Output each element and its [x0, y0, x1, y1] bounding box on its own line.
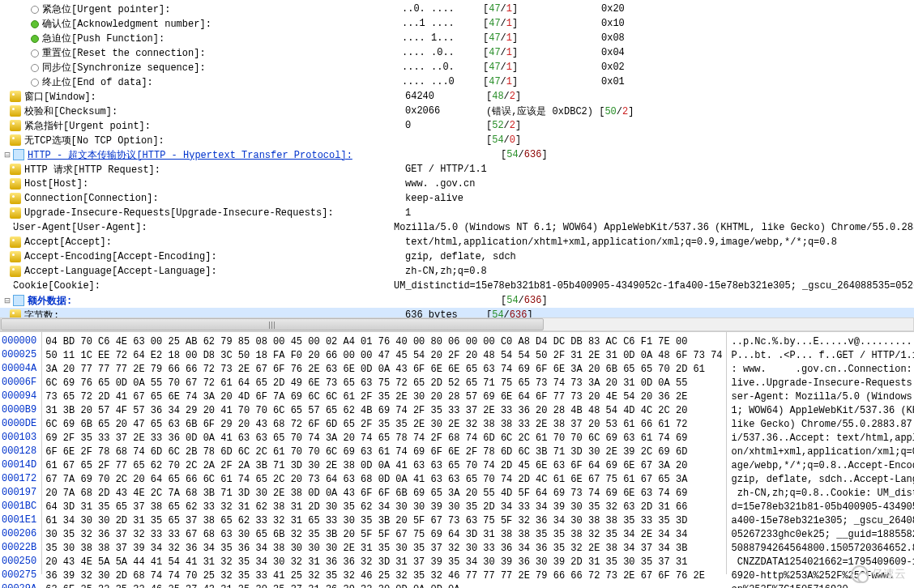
tree-row[interactable]: HTTP 请求[HTTP Request]:GET / HTTP/1.1 [0, 162, 914, 177]
tree-row[interactable]: 无TCP选项[No TCP Option]:[54/0] [0, 133, 914, 147]
field-value: gzip, deflate, sdch [405, 251, 914, 262]
tree-row[interactable]: 校验和[Checksum]:0x2066(错误,应该是 0xDBC2) [50/… [0, 104, 914, 118]
hex-offset: 000103 [2, 432, 36, 445]
key-icon [10, 120, 21, 131]
field-offset: [47/1] [483, 3, 601, 15]
tree-row[interactable]: 确认位[Acknowledgment number]:...1 ....[47/… [0, 16, 914, 31]
hex-dump-pane[interactable]: 00000000002500004A00006F0000940000B90000… [0, 331, 914, 574]
hex-ascii-row: on/xhtml+xml,application/xml;q=0.9,im [732, 445, 914, 459]
tree-row[interactable]: ⊟HTTP - 超文本传输协议[HTTP - Hypertext Transfe… [0, 147, 914, 162]
key-icon [10, 309, 21, 317]
tree-row[interactable]: Connection[Connection]:keep-alive [0, 191, 914, 206]
key-icon [10, 134, 21, 146]
field-label: 窗口[Window]: [24, 90, 405, 104]
key-icon [10, 164, 21, 175]
field-offset: [47/1] [483, 76, 601, 87]
hex-bytes-column: 04 BD 70 C6 4E 63 00 25 AB 62 79 85 08 0… [42, 332, 725, 574]
hex-bytes-row: 61 34 30 30 2D 31 35 65 37 38 65 62 33 3… [45, 514, 722, 528]
hex-offset: 00014D [2, 459, 36, 473]
field-label: Accept[Accept]: [24, 236, 405, 248]
field-hex: 0x20 [601, 3, 625, 15]
field-label: 确认位[Acknowledgment number]: [42, 17, 402, 31]
field-offset: [47/1] [483, 32, 601, 44]
field-label: Accept-Encoding[Accept-Encoding]: [24, 251, 405, 262]
field-value: text/html,application/xhtml+xml,applicat… [405, 236, 914, 248]
field-label: Upgrade-Insecure-Requests[Upgrade-Insecu… [24, 207, 405, 219]
field-value: keep-alive [405, 193, 486, 204]
watermark-icon [851, 565, 869, 583]
hex-offset: 000275 [2, 569, 36, 583]
tree-row[interactable]: 紧急指针[Urgent point]:0[52/2] [0, 118, 914, 133]
tree-row[interactable]: Cookie[Cookie]:UM_distinctid=15e78eb321b… [0, 279, 914, 293]
tree-row[interactable]: 重置位[Reset the connection]:.... .0..[47/1… [0, 45, 914, 60]
field-label: Host[Host]: [24, 178, 405, 190]
tree-row[interactable]: 字节数:636 bytes[54/636] [0, 308, 914, 317]
hex-offset: 00006F [2, 377, 36, 390]
watermark-logo: 亿速云 [851, 565, 906, 583]
field-offset: [54/636] [501, 149, 619, 160]
field-value: .... 1... [402, 32, 483, 44]
tree-row[interactable]: Host[Host]:www. .gov.cn [0, 177, 914, 191]
hex-offset: 00029A [2, 583, 36, 588]
field-value: .... .0.. [402, 47, 483, 58]
field-label: 紧急指针[Urgent point]: [24, 119, 405, 133]
hex-offset: 0000B9 [2, 404, 36, 418]
hex-ascii-row: like Gecko) Chrome/55.0.2883.87 Safar [732, 418, 914, 432]
hex-ascii-row: : www. .gov.cn..Connection: keep-a [732, 363, 914, 377]
tree-row[interactable]: 急迫位[Push Function]:.... 1...[47/1]0x08 [0, 31, 914, 45]
hex-bytes-row: 6C 69 6B 65 20 47 65 63 6B 6F 29 20 43 6… [45, 418, 722, 432]
collapse-icon[interactable]: ⊟ [3, 295, 11, 307]
field-offset: [54/0] [486, 134, 604, 146]
field-label: HTTP 请求[HTTP Request]: [24, 163, 405, 177]
field-value: zh-CN,zh;q=0.8 [405, 266, 486, 277]
field-offset: [48/2] [486, 91, 604, 102]
tree-row[interactable]: 窗口[Window]:64240[48/2] [0, 89, 914, 104]
tree-row[interactable]: Accept-Language[Accept-Language]:zh-CN,z… [0, 264, 914, 279]
hex-offset: 000250 [2, 556, 36, 569]
tree-row[interactable]: ⊟额外数据:[54/636] [0, 293, 914, 308]
flag-off-icon [31, 64, 39, 72]
tree-row[interactable]: Upgrade-Insecure-Requests[Upgrade-Insecu… [0, 206, 914, 220]
hex-bytes-row: 61 67 65 2F 77 65 62 70 2C 2A 2F 2A 3B 7… [45, 459, 722, 473]
field-value: .... ..0. [402, 62, 483, 73]
hex-bytes-row: 3A 20 77 77 77 2E 79 66 66 72 73 2E 67 6… [45, 363, 722, 377]
hex-ascii-row: 05267233ghc0ek25; __guid=188558254.44 [732, 528, 914, 542]
tree-row[interactable]: Accept[Accept]:text/html,application/xht… [0, 235, 914, 249]
hex-bytes-row: 36 39 32 30 2D 68 74 74 70 25 32 35 33 4… [45, 569, 722, 583]
field-hex: 0x10 [601, 18, 625, 29]
hex-bytes-row: 35 30 38 38 37 39 34 32 36 34 35 36 34 3… [45, 542, 722, 556]
tree-row[interactable]: 终止位[End of data]:.... ...0[47/1]0x01 [0, 75, 914, 89]
horizontal-scrollbar[interactable] [0, 317, 914, 331]
key-icon [10, 105, 21, 117]
hex-ascii-row: 1; WOW64) AppleWebKit/537.36 (KHTML, [732, 404, 914, 418]
field-hex: 0x02 [601, 62, 625, 73]
hex-ascii-column: ..p.Nc.%.by...E.....v@...........~.P...b… [726, 332, 914, 574]
hex-ascii-row: ser-Agent: Mozilla/5.0 (Windows NT 6. [732, 390, 914, 404]
field-offset: [54/636] [486, 309, 604, 317]
tree-row[interactable]: 紧急位[Urgent pointer]:..0. ....[47/1]0x20 [0, 2, 914, 16]
field-offset: [54/636] [501, 295, 619, 306]
key-icon [10, 236, 21, 248]
key-icon [10, 178, 21, 190]
field-value: Mozilla/5.0 (Windows NT 6.1; WOW64) Appl… [394, 222, 914, 233]
field-label: Connection[Connection]: [24, 193, 405, 204]
hex-offset: 0001E1 [2, 514, 36, 528]
tree-row[interactable]: User-Agent[User-Agent]:Mozilla/5.0 (Wind… [0, 220, 914, 235]
hex-offset: 00004A [2, 363, 36, 377]
field-value: www. .gov.cn [405, 178, 914, 190]
field-value: 0x2066 [405, 105, 486, 117]
scrollbar-thumb[interactable] [1, 318, 544, 330]
key-icon [10, 91, 21, 102]
tree-row[interactable]: 同步位[Synchronize sequence]:.... ..0.[47/1… [0, 60, 914, 75]
packet-detail-tree[interactable]: 紧急位[Urgent pointer]:..0. ....[47/1]0x20确… [0, 0, 914, 317]
tree-row[interactable]: Accept-Encoding[Accept-Encoding]:gzip, d… [0, 249, 914, 264]
hex-bytes-row: 20 43 4E 5A 5A 44 41 54 41 31 32 35 34 3… [45, 556, 722, 569]
field-hex: 0x04 [601, 47, 625, 58]
field-hex: 0x01 [601, 76, 625, 87]
hex-offset: 0000DE [2, 418, 36, 432]
hex-ascii-row: P...bt. .<P... f..GET / HTTP/1.1..Host [732, 349, 914, 363]
hex-bytes-row: 69 2F 35 33 37 2E 33 36 0D 0A 41 63 63 6… [45, 432, 722, 445]
collapse-icon[interactable]: ⊟ [3, 149, 11, 161]
field-label: 紧急位[Urgent pointer]: [42, 2, 402, 16]
field-value: 1 [405, 207, 486, 219]
